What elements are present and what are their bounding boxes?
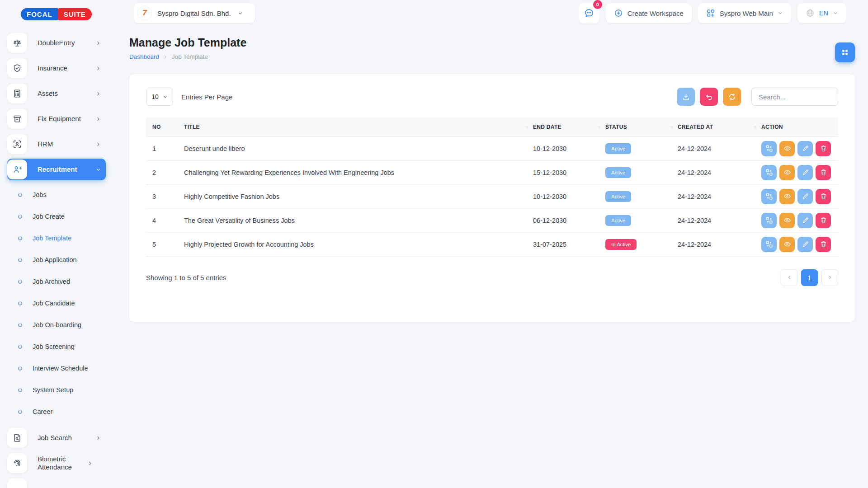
pagination-page-1[interactable]: 1 [801,269,818,286]
sidebar-item-job-archived[interactable]: Job Archived [0,271,110,292]
trash-action-button[interactable] [816,165,831,180]
app-switcher-label: Syspro Web Main [720,9,773,17]
eye-icon [783,216,791,224]
create-workspace-button[interactable]: Create Workspace [606,3,692,23]
eye-action-button[interactable] [779,237,795,252]
sidebar-subitem-label: Job Application [33,256,77,263]
sidebar-item-label: DoubleEntry [38,39,95,47]
convert-action-button[interactable] [761,213,777,228]
sidebar-item-label: Biometric Attendance [38,455,87,471]
pencil-action-button[interactable] [797,141,813,156]
create-workspace-label: Create Workspace [627,9,684,17]
sidebar-item-partial[interactable] [7,478,106,488]
sidebar-subitem-label: System Setup [33,386,73,394]
sidebar-item-doubleentry[interactable]: DoubleEntry [7,32,106,54]
sidebar-item-career[interactable]: Career [0,401,110,422]
eye-action-button[interactable] [779,189,795,204]
pagination-next-button[interactable] [821,269,838,286]
brand-logo-suite: SUITE [58,8,92,20]
convert-icon [765,240,773,248]
eye-action-button[interactable] [779,141,795,156]
sidebar-subitem-label: Job Archived [33,278,70,285]
bullet-icon [18,345,22,349]
breadcrumb-dashboard-link[interactable]: Dashboard [129,53,159,60]
sidebar-item-assets[interactable]: Assets [7,83,106,104]
chat-button[interactable]: 0 [579,3,599,23]
column-header-status[interactable]: STATUS↑↓ [603,117,675,136]
pencil-icon [802,169,809,176]
trash-action-button[interactable] [816,237,831,252]
pencil-action-button[interactable] [797,189,813,204]
company-name: Syspro Digital Sdn. Bhd. [157,9,231,17]
status-badge: Active [605,143,631,154]
sidebar-item-job-template[interactable]: Job Template [0,227,110,249]
company-logo: 7 [137,6,152,20]
cell-no: 2 [146,160,181,184]
sidebar-item-label: Job Search [38,434,95,442]
chevron-right-icon [95,91,101,97]
eye-action-button[interactable] [779,213,795,228]
sidebar-item-system-setup[interactable]: System Setup [0,379,110,401]
pencil-action-button[interactable] [797,237,813,252]
table-row: 1Deserunt unde libero10-12-2030Active24-… [146,136,838,160]
sidebar-item-biometric-attendance[interactable]: Biometric Attendance [7,452,106,474]
trash-action-button[interactable] [816,189,831,204]
trash-action-button[interactable] [816,141,831,156]
eye-action-button[interactable] [779,165,795,180]
sidebar-item-jobs[interactable]: Jobs [0,184,110,206]
refresh-button[interactable] [723,88,741,106]
pencil-icon [802,145,809,152]
convert-action-button[interactable] [761,237,777,252]
cell-created-at: 24-12-2024 [675,208,759,232]
trash-icon [820,169,827,176]
sidebar-item-job-search[interactable]: Job Search [7,427,106,449]
pencil-action-button[interactable] [797,165,813,180]
cell-title: Highly Projected Growth for Accounting J… [181,232,530,256]
cell-actions [759,184,838,208]
sort-icon: ↑↓ [525,125,528,129]
sidebar-item-interview-schedule[interactable]: Interview Schedule [0,357,110,379]
cell-title: Deserunt unde libero [181,136,530,160]
cell-status: Active [603,136,675,160]
column-header-no: NO [146,117,181,136]
sidebar-item-job-create[interactable]: Job Create [0,206,110,227]
eye-icon [783,192,791,200]
chevron-down-icon [833,10,838,16]
chevron-right-icon [95,116,101,122]
sidebar-item-job-candidate[interactable]: Job Candidate [0,292,110,314]
topbar: 7 Syspro Digital Sdn. Bhd. 0 Create Work… [110,0,868,26]
cell-end-date: 15-12-2030 [530,160,603,184]
language-selector[interactable]: EN [797,3,846,23]
sidebar-item-recruitment[interactable]: Recruitment [7,159,106,180]
pencil-action-button[interactable] [797,213,813,228]
convert-action-button[interactable] [761,189,777,204]
column-header-end-date[interactable]: END DATE↑↓ [530,117,603,136]
sidebar-item-job-application[interactable]: Job Application [0,249,110,271]
cell-status: Active [603,208,675,232]
sidebar-item-fix-equipment[interactable]: Fix Equipment [7,108,106,130]
pencil-icon [802,192,809,200]
column-header-title[interactable]: TITLE↑↓ [181,117,530,136]
sidebar-item-job-screening[interactable]: Job Screening [0,336,110,357]
layout-grid-button[interactable] [835,42,855,62]
company-workspace-selector[interactable]: 7 Syspro Digital Sdn. Bhd. [134,3,255,23]
chevron-right-icon [827,275,833,280]
cell-actions [759,136,838,160]
sidebar-item-hrm[interactable]: HRM [7,133,106,155]
search-input[interactable] [751,88,838,106]
column-header-created-at[interactable]: CREATED AT↑↓ [675,117,759,136]
convert-action-button[interactable] [761,141,777,156]
export-button[interactable] [677,88,695,106]
table-row: 3Highly Competitive Fashion Jobs10-12-20… [146,184,838,208]
entries-per-page-select[interactable]: 10 [146,88,173,106]
page-title: Manage Job Template [129,36,246,49]
sidebar-item-insurance[interactable]: Insurance [7,57,106,79]
convert-action-button[interactable] [761,165,777,180]
table-row: 2Challenging Yet Rewarding Experiences I… [146,160,838,184]
pagination-prev-button[interactable] [781,269,797,286]
trash-action-button[interactable] [816,213,831,228]
reset-button[interactable] [700,88,718,106]
app-switcher[interactable]: Syspro Web Main [698,3,791,23]
status-badge: Active [605,191,631,202]
sidebar-item-job-on-boarding[interactable]: Job On-boarding [0,314,110,336]
